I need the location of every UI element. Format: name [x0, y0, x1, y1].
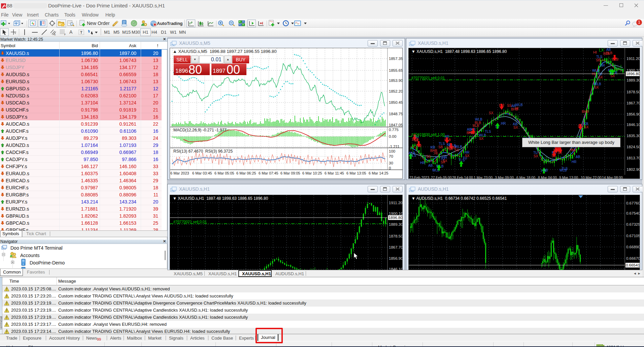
- svg-text:F: F: [64, 33, 66, 36]
- svg-text:SB: SB: [438, 145, 443, 149]
- svg-text:BLB: BLB: [603, 52, 610, 56]
- svg-text:HI: HI: [434, 152, 438, 155]
- svg-text:WLB: WLB: [475, 118, 482, 121]
- svg-text:SX: SX: [513, 126, 518, 129]
- svg-text:SX: SX: [443, 159, 447, 163]
- svg-text:TLS: TLS: [410, 154, 416, 157]
- svg-text:AB: AB: [428, 164, 433, 167]
- svg-text:AB: AB: [606, 48, 611, 52]
- svg-text:KB: KB: [431, 146, 435, 149]
- svg-text:TLS: TLS: [485, 130, 491, 133]
- svg-text:SB: SB: [596, 58, 601, 62]
- svg-text:WLB: WLB: [515, 103, 523, 107]
- svg-text:SX: SX: [584, 125, 589, 129]
- svg-text:HM: HM: [570, 148, 575, 152]
- svg-text:SX: SX: [465, 154, 470, 158]
- svg-text:AB: AB: [543, 168, 548, 172]
- svg-text:WLB: WLB: [455, 145, 462, 149]
- svg-text:TLS: TLS: [596, 55, 603, 59]
- svg-text:TLS: TLS: [439, 142, 445, 146]
- svg-text:HR: HR: [501, 122, 506, 125]
- svg-text:SX: SX: [594, 86, 599, 89]
- svg-text:SS: SS: [507, 104, 512, 107]
- svg-text:HR: HR: [600, 64, 605, 67]
- svg-text:AB: AB: [576, 155, 580, 159]
- svg-text:HR: HR: [572, 160, 576, 164]
- svg-text:SS: SS: [454, 148, 459, 152]
- svg-text:SX: SX: [479, 137, 484, 140]
- svg-text:SX: SX: [598, 75, 603, 79]
- svg-text:SS: SS: [426, 155, 431, 158]
- svg-text:BLB: BLB: [475, 121, 481, 125]
- svg-text:HI: HI: [515, 106, 518, 110]
- svg-text:TLS: TLS: [562, 167, 568, 170]
- svg-text:SX: SX: [489, 111, 494, 115]
- svg-text:BHB: BHB: [582, 110, 589, 114]
- svg-text:HR: HR: [420, 161, 425, 165]
- svg-text:SX: SX: [534, 154, 538, 158]
- svg-text:T: T: [80, 30, 82, 34]
- svg-text:HI: HI: [593, 50, 597, 54]
- svg-text:E: E: [54, 33, 56, 36]
